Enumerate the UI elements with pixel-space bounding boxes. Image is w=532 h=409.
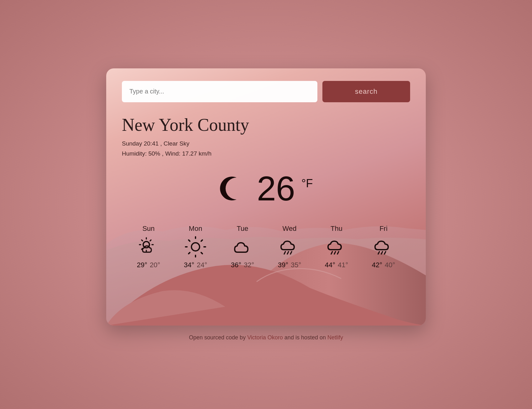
day-temps: 34° 24° (184, 261, 207, 269)
svg-point-8 (191, 243, 200, 251)
page-wrapper: search New York County Sunday 20:41 , Cl… (106, 68, 426, 341)
svg-line-13 (189, 240, 190, 241)
cloudy-icon (232, 236, 253, 258)
current-weather: 26 °F (122, 168, 410, 209)
svg-line-24 (381, 252, 383, 254)
temp-high: 36° (231, 261, 241, 269)
day-temps: 44° 41° (325, 261, 348, 269)
forecast-day-thu: Thu 44° 41° (325, 225, 348, 269)
temp-high: 42° (372, 261, 382, 269)
svg-line-5 (142, 240, 143, 241)
day-label: Wed (283, 225, 297, 233)
temp-low: 40° (385, 261, 395, 269)
svg-line-15 (189, 252, 190, 254)
forecast-row: Sun 29° (122, 225, 410, 269)
humidity-wind-text: Humidity: 50% , Wind: 17.27 km/h (122, 149, 410, 159)
day-label: Sun (142, 225, 154, 233)
forecast-day-sun: Sun 29° (137, 225, 160, 269)
svg-line-21 (334, 252, 336, 254)
moon-icon (219, 173, 251, 204)
day-temps: 39° 35° (278, 261, 301, 269)
city-name: New York County (122, 115, 410, 135)
footer-text-before: Open sourced code by (189, 334, 247, 341)
temp-low: 41° (338, 261, 348, 269)
footer: Open sourced code by Victoria Okoro and … (189, 334, 343, 341)
temp-low: 35° (291, 261, 301, 269)
svg-line-25 (384, 252, 386, 254)
day-label: Tue (237, 225, 248, 233)
svg-line-17 (284, 252, 285, 254)
forecast-day-mon: Mon 34° 24° (184, 225, 207, 269)
svg-line-18 (287, 252, 289, 254)
forecast-day-fri: Fri 42° 40° (372, 225, 395, 269)
svg-line-23 (378, 252, 379, 254)
svg-line-6 (150, 240, 151, 241)
svg-line-19 (290, 252, 292, 254)
temp-low: 20° (150, 261, 160, 269)
svg-line-16 (201, 252, 202, 254)
rain-icon-thu (326, 236, 347, 258)
search-row: search (122, 81, 410, 102)
day-label: Thu (331, 225, 342, 233)
footer-text-middle: and is hosted on (283, 334, 327, 341)
day-temps: 29° 20° (137, 261, 160, 269)
weather-card: search New York County Sunday 20:41 , Cl… (106, 68, 426, 326)
forecast-day-tue: Tue 36° 32° (231, 225, 254, 269)
temp-low: 24° (197, 261, 207, 269)
card-content: search New York County Sunday 20:41 , Cl… (106, 68, 426, 285)
day-temps: 36° 32° (231, 261, 254, 269)
footer-author-link[interactable]: Victoria Okoro (247, 334, 283, 341)
datetime-text: Sunday 20:41 , Clear Sky (122, 139, 410, 149)
temp-low: 32° (244, 261, 254, 269)
partly-cloudy-sun-icon (138, 236, 159, 258)
temp-high: 29° (137, 261, 147, 269)
svg-line-20 (331, 252, 332, 254)
rain-icon-fri (373, 236, 394, 258)
day-label: Fri (379, 225, 388, 233)
day-temps: 42° 40° (372, 261, 395, 269)
footer-host-link[interactable]: Netlify (327, 334, 343, 341)
day-label: Mon (189, 225, 202, 233)
city-meta: Sunday 20:41 , Clear Sky Humidity: 50% ,… (122, 139, 410, 159)
temperature-unit: °F (301, 177, 313, 190)
sunny-icon (185, 236, 206, 258)
svg-line-22 (337, 252, 339, 254)
current-temperature: 26 (257, 171, 295, 206)
forecast-day-wed: Wed 39° 35° (278, 225, 301, 269)
temp-high: 34° (184, 261, 194, 269)
city-search-input[interactable] (122, 81, 317, 102)
temp-high: 44° (325, 261, 335, 269)
search-button[interactable]: search (322, 81, 410, 102)
temp-high: 39° (278, 261, 288, 269)
svg-line-14 (201, 240, 202, 241)
rain-icon (279, 236, 300, 258)
